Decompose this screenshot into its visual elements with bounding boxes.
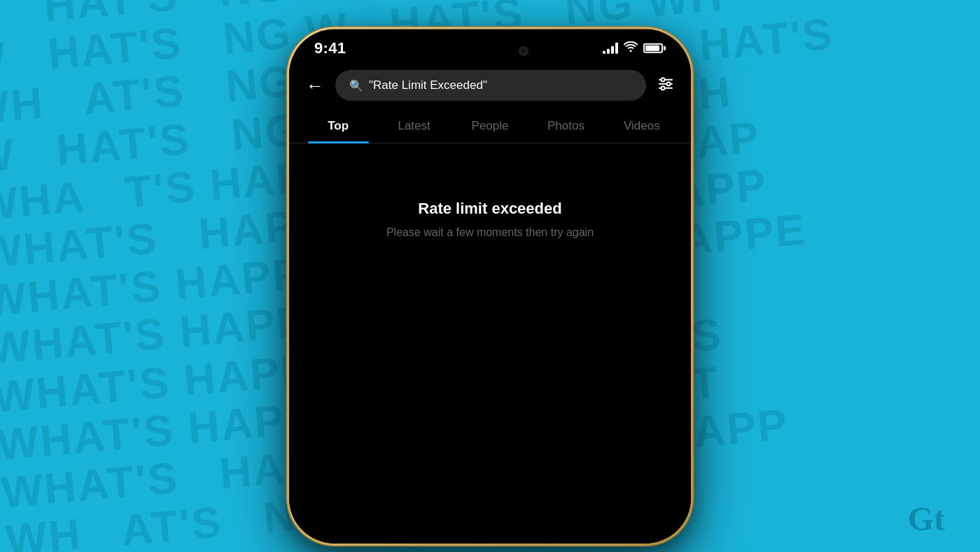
- phone-screen: 9:41: [289, 29, 691, 544]
- error-content: Rate limit exceeded Please wait a few mo…: [289, 144, 691, 544]
- watermark: Gt: [908, 499, 945, 538]
- back-button[interactable]: ←: [303, 71, 327, 99]
- tab-latest[interactable]: Latest: [376, 111, 451, 143]
- camera-icon: [519, 46, 528, 56]
- status-bar: 9:41: [289, 29, 691, 63]
- error-title: Rate limit exceeded: [418, 200, 561, 218]
- tabs-container: Top Latest People Photos Videos: [289, 111, 691, 144]
- search-area: ← 🔍 "Rate Limit Exceeded": [289, 63, 691, 111]
- phone-frame: 9:41: [287, 27, 693, 546]
- battery-icon: [643, 43, 666, 53]
- svg-point-4: [667, 82, 671, 85]
- wifi-icon: [624, 41, 638, 55]
- signal-bars-icon: [603, 43, 618, 54]
- screen-content: 9:41: [289, 29, 691, 544]
- svg-point-3: [662, 78, 665, 81]
- error-subtitle: Please wait a few moments then try again: [386, 226, 594, 239]
- search-query-text: "Rate Limit Exceeded": [369, 78, 487, 92]
- status-time: 9:41: [314, 39, 346, 57]
- dynamic-island: [444, 38, 536, 64]
- tab-top[interactable]: Top: [300, 111, 376, 143]
- tab-people[interactable]: People: [452, 111, 528, 143]
- tab-videos[interactable]: Videos: [604, 111, 680, 143]
- search-icon: 🔍: [349, 78, 363, 92]
- svg-point-5: [662, 86, 665, 90]
- status-icons: [603, 41, 666, 55]
- filter-button[interactable]: [654, 72, 677, 98]
- phone-container: 9:41: [287, 27, 693, 546]
- tab-photos[interactable]: Photos: [528, 111, 603, 143]
- search-bar[interactable]: 🔍 "Rate Limit Exceeded": [335, 70, 646, 101]
